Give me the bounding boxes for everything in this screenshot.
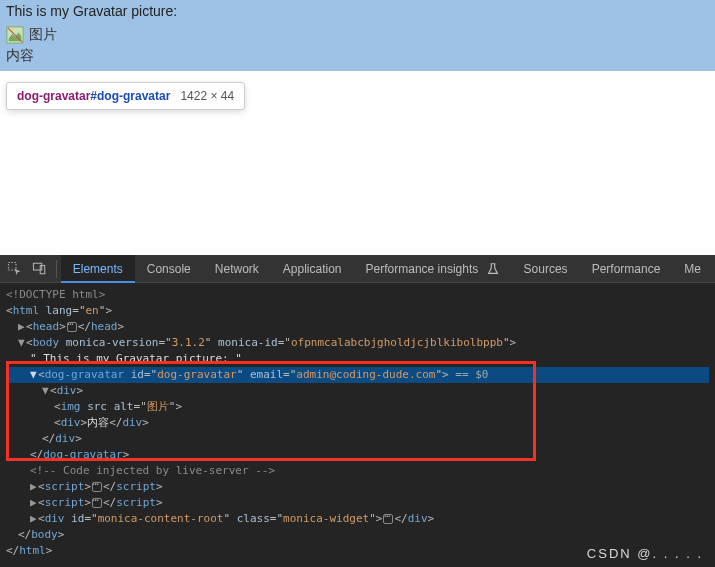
dom-line[interactable]: </div> xyxy=(6,431,709,447)
ellipsis-icon[interactable] xyxy=(67,322,77,332)
dom-line-selected[interactable]: ▼<dog-gravatar id="dog-gravatar" email="… xyxy=(6,367,709,383)
tab-performance[interactable]: Performance xyxy=(580,255,673,283)
tooltip-id: #dog-gravatar xyxy=(90,89,170,103)
ellipsis-icon[interactable] xyxy=(383,514,393,524)
tab-elements[interactable]: Elements xyxy=(61,255,135,283)
dom-line[interactable]: " This is my Gravatar picture: " xyxy=(6,351,709,367)
broken-image-alt-text: 图片 xyxy=(29,26,57,44)
tooltip-tagname: dog-gravatar xyxy=(17,89,90,103)
devtools-panel: Elements Console Network Application Per… xyxy=(0,255,715,567)
tab-more-truncated[interactable]: Me xyxy=(672,255,713,283)
dom-line[interactable]: ▼<body monica-version="3.1.2" monica-id=… xyxy=(6,335,709,351)
highlighted-element: This is my Gravatar picture: 图片 内容 xyxy=(0,0,715,71)
watermark: CSDN @. . . . . xyxy=(587,546,703,561)
dom-line[interactable]: </body> xyxy=(6,527,709,543)
dom-line[interactable]: <div>内容</div> xyxy=(6,415,709,431)
dom-line[interactable]: ▶<script></script> xyxy=(6,479,709,495)
dom-line[interactable]: ▶<script></script> xyxy=(6,495,709,511)
tab-separator xyxy=(56,260,57,278)
page-viewport: This is my Gravatar picture: 图片 内容 dog-g… xyxy=(0,0,715,255)
tab-console[interactable]: Console xyxy=(135,255,203,283)
ellipsis-icon[interactable] xyxy=(92,498,102,508)
tab-network[interactable]: Network xyxy=(203,255,271,283)
inspect-tooltip: dog-gravatar#dog-gravatar 1422 × 44 xyxy=(6,82,245,110)
flask-icon xyxy=(486,262,500,276)
inspect-element-icon[interactable] xyxy=(2,255,27,283)
dom-line[interactable]: <!DOCTYPE html> xyxy=(6,287,709,303)
dom-line[interactable]: <img src alt="图片"> xyxy=(6,399,709,415)
tab-application[interactable]: Application xyxy=(271,255,354,283)
tab-perf-insights-label: Performance insights xyxy=(366,262,479,276)
dom-line[interactable]: </dog-gravatar> xyxy=(6,447,709,463)
tab-performance-insights[interactable]: Performance insights xyxy=(354,255,512,283)
broken-image-icon xyxy=(6,26,24,47)
tooltip-dimensions: 1422 × 44 xyxy=(180,89,234,103)
page-heading-text: This is my Gravatar picture: xyxy=(6,2,709,22)
tab-sources[interactable]: Sources xyxy=(512,255,580,283)
dom-line[interactable]: ▶<head></head> xyxy=(6,319,709,335)
dom-line[interactable]: <html lang="en"> xyxy=(6,303,709,319)
dom-line[interactable]: <!-- Code injected by live-server --> xyxy=(6,463,709,479)
device-toolbar-icon[interactable] xyxy=(27,255,52,283)
dom-line[interactable]: ▶<div id="monica-content-root" class="mo… xyxy=(6,511,709,527)
component-text-content: 内容 xyxy=(6,47,709,65)
ellipsis-icon[interactable] xyxy=(92,482,102,492)
dom-line[interactable]: ▼<div> xyxy=(6,383,709,399)
dom-tree[interactable]: <!DOCTYPE html> <html lang="en"> ▶<head>… xyxy=(0,283,715,567)
devtools-tabbar: Elements Console Network Application Per… xyxy=(0,255,715,283)
